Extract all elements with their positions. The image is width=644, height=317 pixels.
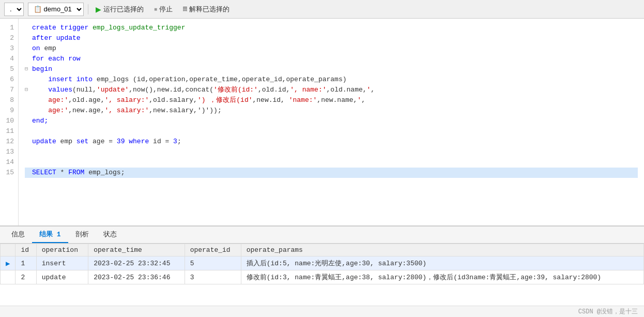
line-number: 12 [2,137,14,147]
token: id = [153,138,173,145]
code-area[interactable]: create trigger emp_logs_update_triggeraf… [19,19,644,225]
code-text: insert into emp_logs (id,operation,opera… [32,74,638,85]
tab-结果 1[interactable]: 结果 1 [32,227,68,243]
stop-button[interactable]: ■ 停止 [151,4,176,15]
cell-operate_params: 修改前(id:3, name:青翼蝠王,age:38, salary:2800)… [241,270,643,284]
line-number: 1 [2,23,14,33]
line-number: 10 [2,116,14,126]
line-number: 2 [2,33,14,43]
line-number: 14 [2,157,14,168]
tab-信息[interactable]: 信息 [4,227,32,243]
token: '修改前(id:' [213,86,258,94]
explain-button[interactable]: 𝄜 解释已选择的 [180,4,233,15]
row-indicator [1,270,16,284]
code-line: ⊟begin [25,64,638,74]
code-text: after update [32,33,638,43]
footer: CSDN @没错，是十三 [0,306,644,317]
code-line: on emp [25,43,638,54]
code-text: create trigger emp_logs_update_trigger [32,23,638,33]
code-text: age:',new.age,', salary:',new.salary,')'… [32,105,638,116]
line-number: 13 [2,147,14,157]
tab-剖析[interactable]: 剖析 [68,227,96,243]
token: , [371,86,375,94]
cell-operation: update [36,270,88,284]
code-line: insert into emp_logs (id,operation,opera… [25,74,638,85]
token: begin [32,65,52,73]
token: ', name:' [290,86,326,94]
explain-icon: 𝄜 [183,6,187,13]
token: age = [93,138,117,145]
code-line [25,126,638,137]
token: ,new.salary, [149,107,197,114]
tab-状态[interactable]: 状态 [96,227,124,243]
token: age:' [32,107,68,114]
token: ,new.id, [253,96,289,104]
line-number: 7 [2,85,14,95]
toolbar-divider-1 [88,4,88,14]
token: , [361,96,365,104]
cell-id: 1 [16,256,36,270]
cell-operate_id: 3 [185,270,241,284]
token: emp [60,138,76,145]
toolbar: . 📋 demo_01 ▶ 运行已选择的 ■ 停止 𝄜 解释已选择的 [0,0,644,19]
table-row[interactable]: ▶1insert2023-02-25 23:32:455插入后(id:5, na… [1,256,644,270]
token: ', salary:' [104,107,149,114]
token: 39 [117,138,125,145]
results-container: idoperationoperate_timeoperate_idoperate… [0,244,644,306]
column-header-operate_time: operate_time [88,244,185,256]
run-label: 运行已选择的 [103,5,144,14]
table-row[interactable]: 2update2023-02-25 23:36:463修改前(id:3, nam… [1,270,644,284]
token: insert into [32,76,97,83]
code-text: for each row [32,54,638,64]
token: 'update' [97,86,129,94]
code-line [25,147,638,157]
code-text [32,147,638,157]
column-header-id: id [16,244,36,256]
token: 3 [173,138,177,145]
cell-operate_params: 插入后(id:5, name:光明左使,age:30, salary:3500) [241,256,643,270]
schema-select[interactable]: . [4,3,24,16]
token: update [32,138,60,145]
code-line: age:',old.age,', salary:',old.salary,') … [25,95,638,105]
code-text: begin [32,64,638,74]
token: FROM [68,169,84,176]
column-header-operate_id: operate_id [185,244,241,256]
row-indicator-header [1,244,16,256]
token: ,old.name, [327,86,367,94]
code-text: age:',old.age,', salary:',old.salary,') … [32,95,638,105]
token: SELECT [32,169,56,176]
fold-icon[interactable]: ⊟ [25,85,32,95]
token: create trigger [32,24,93,32]
results-table: idoperationoperate_timeoperate_idoperate… [0,244,644,284]
token: ,now(),new.id,concat( [129,86,213,94]
code-line: for each row [25,54,638,64]
token: ' [357,96,361,104]
run-button[interactable]: ▶ 运行已选择的 [93,4,147,15]
stop-icon: ■ [154,6,157,12]
cell-operate_time: 2023-02-25 23:32:45 [88,256,185,270]
line-number: 9 [2,105,14,116]
token: 'name:' [289,96,317,104]
editor-container: 123456789101112131415 create trigger emp… [0,19,644,227]
line-numbers: 123456789101112131415 [0,19,19,225]
token: where [125,138,153,145]
code-line: after update [25,33,638,43]
line-number: 5 [2,64,14,74]
line-number: 6 [2,74,14,85]
column-header-operation: operation [36,244,88,256]
fold-icon[interactable]: ⊟ [25,64,32,74]
token: ; [177,138,181,145]
token: age:' [32,96,68,104]
db-select[interactable]: 📋 demo_01 [28,3,84,16]
line-number: 15 [2,168,14,178]
code-line: create trigger emp_logs_update_trigger [25,23,638,33]
code-line: ⊟ values(null,'update',now(),new.id,conc… [25,85,638,95]
token: ') ，修改后(id' [197,96,253,104]
cell-operate_id: 5 [185,256,241,270]
column-header-operate_params: operate_params [241,244,643,256]
row-indicator: ▶ [1,256,16,270]
line-number: 8 [2,95,14,105]
token: ,old.id, [258,86,290,94]
cell-operate_time: 2023-02-25 23:36:46 [88,270,185,284]
cell-operation: insert [36,256,88,270]
